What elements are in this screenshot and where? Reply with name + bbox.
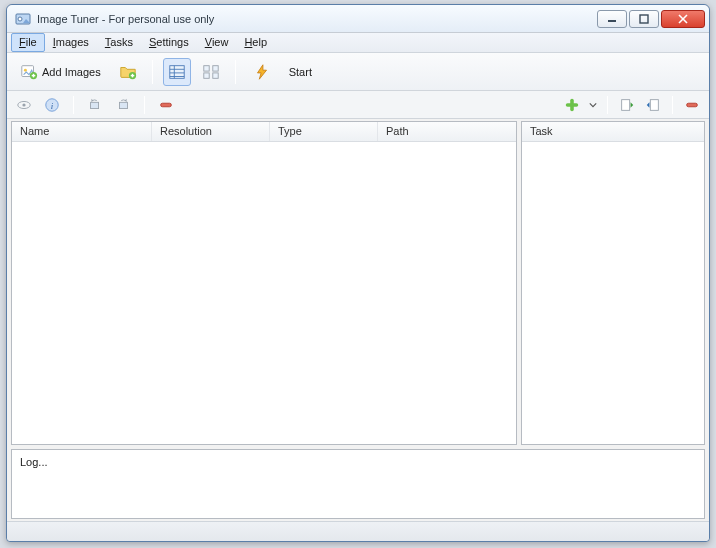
doc-arrow-up-icon bbox=[618, 96, 636, 114]
thumbnails-view-button[interactable] bbox=[197, 58, 225, 86]
menu-help[interactable]: Help bbox=[236, 33, 275, 52]
svg-marker-37 bbox=[647, 102, 650, 107]
add-images-label: Add Images bbox=[42, 66, 101, 78]
eye-icon bbox=[15, 96, 33, 114]
svg-rect-20 bbox=[213, 65, 218, 70]
log-pane: Log... bbox=[11, 449, 705, 519]
svg-rect-27 bbox=[91, 102, 99, 108]
separator bbox=[73, 96, 74, 114]
separator bbox=[607, 96, 608, 114]
column-header-path[interactable]: Path bbox=[378, 122, 516, 141]
images-column-headers: Name Resolution Type Path bbox=[12, 122, 516, 142]
start-button[interactable]: Start bbox=[246, 58, 319, 86]
log-label: Log... bbox=[20, 456, 48, 468]
maximize-button[interactable] bbox=[629, 10, 659, 28]
separator bbox=[672, 96, 673, 114]
preview-button[interactable] bbox=[13, 94, 35, 116]
add-task-button[interactable] bbox=[561, 94, 583, 116]
svg-rect-34 bbox=[622, 99, 630, 110]
column-header-type[interactable]: Type bbox=[270, 122, 378, 141]
close-button[interactable] bbox=[661, 10, 705, 28]
rotate-left-icon bbox=[86, 96, 104, 114]
svg-marker-28 bbox=[91, 98, 93, 102]
svg-rect-22 bbox=[213, 72, 218, 77]
app-window: Image Tuner - For personal use only File… bbox=[6, 4, 710, 542]
separator bbox=[235, 60, 236, 84]
add-images-icon bbox=[20, 63, 38, 81]
column-header-task[interactable]: Task bbox=[522, 122, 704, 141]
images-pane: Name Resolution Type Path bbox=[11, 121, 517, 445]
rotate-right-button[interactable] bbox=[112, 94, 134, 116]
svg-rect-21 bbox=[204, 72, 209, 77]
menu-settings[interactable]: Settings bbox=[141, 33, 197, 52]
rotate-right-icon bbox=[114, 96, 132, 114]
task-move-down-button[interactable] bbox=[642, 94, 664, 116]
minus-icon bbox=[157, 96, 175, 114]
info-button[interactable]: i bbox=[41, 94, 63, 116]
minus-icon bbox=[683, 96, 701, 114]
remove-image-button[interactable] bbox=[155, 94, 177, 116]
task-toolbar-group bbox=[561, 94, 703, 116]
column-header-resolution[interactable]: Resolution bbox=[152, 122, 270, 141]
separator bbox=[144, 96, 145, 114]
main-area: Name Resolution Type Path Task bbox=[7, 119, 709, 447]
svg-rect-31 bbox=[161, 103, 172, 107]
toolbar-secondary: i bbox=[7, 91, 709, 119]
add-images-button[interactable]: Add Images bbox=[13, 58, 108, 86]
menu-tasks[interactable]: Tasks bbox=[97, 33, 141, 52]
menu-bar: File Images Tasks Settings View Help bbox=[7, 33, 709, 53]
window-title: Image Tuner - For personal use only bbox=[37, 13, 214, 25]
menu-file[interactable]: File bbox=[11, 33, 45, 52]
separator bbox=[152, 60, 153, 84]
folder-add-icon bbox=[119, 63, 137, 81]
remove-task-button[interactable] bbox=[681, 94, 703, 116]
column-header-name[interactable]: Name bbox=[12, 122, 152, 141]
svg-rect-19 bbox=[204, 65, 209, 70]
svg-point-7 bbox=[24, 68, 27, 71]
window-controls bbox=[597, 10, 705, 28]
tasks-pane: Task bbox=[521, 121, 705, 445]
svg-rect-33 bbox=[566, 103, 578, 107]
svg-rect-38 bbox=[687, 103, 698, 107]
task-move-up-button[interactable] bbox=[616, 94, 638, 116]
lightning-icon bbox=[253, 63, 271, 81]
tasks-column-headers: Task bbox=[522, 122, 704, 142]
add-folder-button[interactable] bbox=[114, 58, 142, 86]
svg-marker-30 bbox=[125, 98, 127, 102]
plus-icon bbox=[563, 96, 581, 114]
start-label: Start bbox=[289, 66, 312, 78]
status-bar bbox=[7, 521, 709, 541]
svg-marker-35 bbox=[631, 102, 634, 107]
svg-rect-29 bbox=[119, 102, 127, 108]
svg-point-24 bbox=[22, 103, 25, 106]
title-bar: Image Tuner - For personal use only bbox=[7, 5, 709, 33]
rotate-left-button[interactable] bbox=[84, 94, 106, 116]
minimize-button[interactable] bbox=[597, 10, 627, 28]
app-icon bbox=[15, 11, 31, 27]
svg-point-1 bbox=[18, 17, 22, 21]
info-icon: i bbox=[43, 96, 61, 114]
menu-images[interactable]: Images bbox=[45, 33, 97, 52]
tasks-list[interactable] bbox=[522, 142, 704, 444]
toolbar-primary: Add Images Start bbox=[7, 53, 709, 91]
svg-rect-36 bbox=[650, 99, 658, 110]
details-view-button[interactable] bbox=[163, 58, 191, 86]
svg-rect-3 bbox=[640, 15, 648, 23]
thumbnails-view-icon bbox=[202, 63, 220, 81]
chevron-down-icon bbox=[588, 96, 598, 114]
add-task-dropdown[interactable] bbox=[587, 94, 599, 116]
images-list[interactable] bbox=[12, 142, 516, 444]
doc-arrow-down-icon bbox=[644, 96, 662, 114]
details-view-icon bbox=[168, 63, 186, 81]
menu-view[interactable]: View bbox=[197, 33, 237, 52]
